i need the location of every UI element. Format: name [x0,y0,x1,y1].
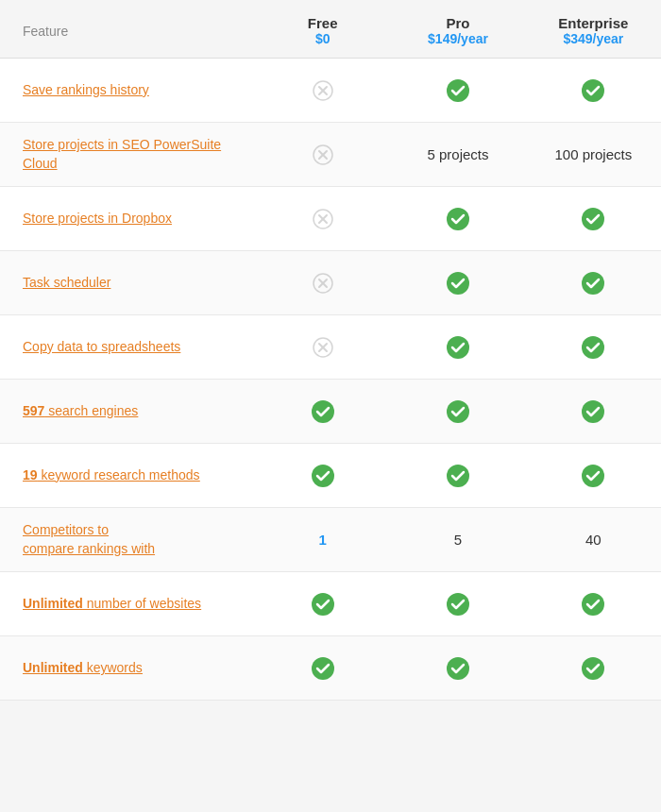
enterprise-value [526,65,661,116]
free-value: 1 [255,518,390,561]
feature-bold: Unlimited [23,596,83,611]
check-icon [581,78,605,103]
feature-link[interactable]: Competitors to compare rankings with [23,522,155,556]
free-plan-header: Free $0 [255,15,390,46]
enterprise-value [526,643,661,694]
feature-column-header: Feature [0,15,255,46]
feature-label[interactable]: Unlimited number of websites [0,582,255,627]
svg-point-16 [447,272,469,295]
svg-point-21 [447,336,469,359]
table-row: Store projects in SEO PowerSuite Cloud 5… [0,123,661,187]
feature-label[interactable]: Copy data to spreadsheets [0,325,255,370]
free-plan-name: Free [308,15,338,31]
pro-plan-price: $149/year [428,31,488,46]
free-value [255,450,390,501]
free-value [255,324,390,371]
feature-link[interactable]: Store projects in Dropbox [23,211,172,226]
cross-icon [313,80,333,101]
feature-bold: 597 [23,403,44,418]
feature-label[interactable]: 19 keyword research methods [0,453,255,499]
cross-icon [313,144,333,165]
free-value [255,131,390,178]
svg-point-24 [447,400,469,423]
pro-value [390,450,525,501]
check-icon [446,78,470,103]
check-icon [581,399,605,424]
pro-value: 5 [390,518,525,561]
feature-rest: search engines [44,403,138,418]
feature-link[interactable]: Save rankings history [23,82,149,97]
enterprise-value [526,386,661,437]
check-icon [446,656,470,681]
check-icon [581,271,605,296]
feature-label[interactable]: Store projects in SEO PowerSuite Cloud [0,123,255,186]
enterprise-plan-header: Enterprise $349/year [526,15,661,46]
check-icon [311,464,335,488]
enterprise-value [526,579,661,630]
feature-link[interactable]: 597 search engines [23,403,138,418]
free-value [255,579,390,630]
feature-link[interactable]: Unlimited keywords [23,660,143,675]
table-header: Feature Free $0 Pro $149/year Enterprise… [0,0,661,59]
svg-point-33 [447,657,469,680]
pro-value: 5 projects [390,133,525,176]
enterprise-plan-name: Enterprise [558,15,628,31]
feature-link[interactable]: Store projects in SEO PowerSuite Cloud [23,137,221,171]
table-row: Copy data to spreadsheets [0,315,661,380]
feature-label[interactable]: Competitors to compare rankings with [0,508,255,571]
enterprise-value: 40 [526,518,661,561]
svg-point-4 [582,79,604,102]
svg-point-12 [582,208,604,230]
check-icon [446,207,470,231]
cross-icon [313,337,333,358]
pro-value [390,258,525,309]
check-icon [581,592,605,617]
feature-link[interactable]: Task scheduler [23,275,110,290]
feature-link[interactable]: Copy data to spreadsheets [23,339,180,354]
svg-point-22 [582,336,604,359]
check-icon [446,271,470,296]
pro-plan-header: Pro $149/year [390,15,525,46]
enterprise-value [526,450,661,501]
check-icon [446,464,470,488]
svg-point-23 [312,400,334,423]
svg-point-28 [582,465,604,487]
table-row: 19 keyword research methods [0,444,661,508]
check-icon [446,399,470,424]
check-icon [446,335,470,360]
free-value [255,643,390,694]
check-icon [581,464,605,488]
table-row: Unlimited number of websites [0,572,661,636]
svg-point-31 [582,593,604,616]
free-number-value: 1 [318,532,326,548]
free-value [255,386,390,437]
feature-label[interactable]: Save rankings history [0,68,255,113]
feature-label[interactable]: Unlimited keywords [0,646,255,691]
feature-rest: number of websites [83,596,201,611]
table-row: Save rankings history [0,59,661,123]
enterprise-text-value: 100 projects [554,146,632,162]
feature-label[interactable]: 597 search engines [0,389,255,434]
svg-point-26 [312,465,334,487]
feature-link[interactable]: 19 keyword research methods [23,467,200,482]
check-icon [581,207,605,231]
cross-icon [313,209,333,229]
svg-point-25 [582,400,604,423]
feature-link[interactable]: Unlimited number of websites [23,596,201,611]
free-plan-price: $0 [315,31,330,46]
feature-label[interactable]: Task scheduler [0,261,255,306]
check-icon [581,335,605,360]
feature-label[interactable]: Store projects in Dropbox [0,196,255,242]
enterprise-value [526,258,661,309]
svg-point-29 [312,593,334,616]
feature-rest: keywords [83,660,143,675]
pro-value [390,65,525,116]
feature-rest: keyword research methods [38,467,200,482]
table-row: 597 search engines [0,380,661,444]
enterprise-number-value: 40 [585,532,602,548]
check-icon [311,592,335,617]
enterprise-value [526,322,661,373]
pro-value [390,322,525,373]
table-row: Task scheduler [0,251,661,315]
enterprise-plan-price: $349/year [563,31,623,46]
